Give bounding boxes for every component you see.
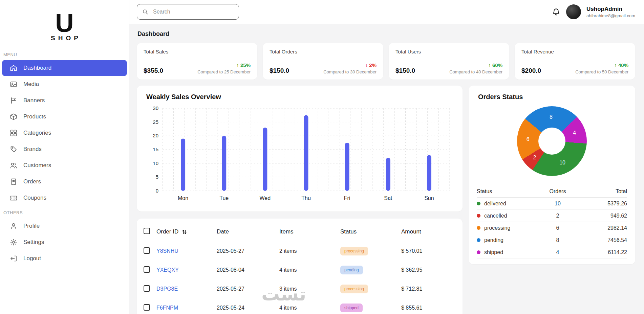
- page-title: Dashboard: [137, 30, 635, 38]
- stat-card-total-orders: Total Orders$150.0↓ 2%Compared to 30 Dec…: [263, 43, 383, 80]
- order-row: D3PG8E2025-05-273 itemsprocessing$ 712.8…: [144, 279, 454, 298]
- sidebar-item-coupons[interactable]: Coupons: [2, 190, 127, 206]
- row-checkbox[interactable]: [144, 304, 150, 311]
- search-icon: [142, 8, 149, 16]
- status-orders-count: 8: [539, 237, 576, 243]
- total-col-header: Total: [576, 188, 627, 195]
- donut-segment-label-delivered: 10: [559, 160, 565, 166]
- stat-compare: Compared to 30 December: [323, 69, 377, 74]
- sidebar-item-products[interactable]: Products: [2, 109, 127, 125]
- sidebar-item-label: Coupons: [23, 195, 46, 201]
- status-badge: shipped: [340, 304, 363, 312]
- weekly-sales-card: Weakly Sales Overview 051015202530MonTue…: [137, 86, 463, 211]
- svg-text:Fri: Fri: [344, 195, 350, 201]
- status-badge: processing: [340, 247, 368, 255]
- order-row: F6FNPM2025-05-244 itemsshipped$ 855.61: [144, 298, 454, 314]
- order-id-link[interactable]: D3PG8E: [156, 286, 178, 292]
- stat-card-total-revenue: Total Revenue$200.0↑ 40%Compared to 50 D…: [515, 43, 635, 80]
- svg-text:10: 10: [153, 160, 158, 166]
- donut-segment-label-processing: 6: [527, 136, 530, 142]
- menu-list: DashboardMediaBannersProductsCategoriesB…: [2, 60, 127, 206]
- orders-status-title: Orders Status: [478, 93, 627, 101]
- sidebar-item-logout[interactable]: Logout: [2, 250, 127, 267]
- search-input[interactable]: [152, 8, 234, 15]
- sidebar-item-brands[interactable]: Brands: [2, 141, 127, 157]
- stat-compare: Compared to 25 December: [197, 69, 251, 74]
- topbar-right: UshopAdmin ahibrahime8@gmail.com: [552, 4, 635, 19]
- sidebar-item-categories[interactable]: Categories: [2, 125, 127, 141]
- orders-table-header: Order IDDateItemsStatusAmount: [144, 222, 454, 242]
- brands-icon: [9, 145, 18, 153]
- sidebar-item-settings[interactable]: Settings: [2, 234, 127, 250]
- status-label: delivered: [484, 201, 506, 207]
- status-col-header: Status: [477, 188, 539, 195]
- order-date: 2025-05-27: [217, 248, 279, 254]
- status-table-row: cancelled2949.62: [477, 210, 627, 222]
- status-badge: processing: [340, 285, 368, 293]
- status-total: 6114.22: [576, 249, 627, 255]
- media-icon: [9, 80, 18, 88]
- status-dot-pending: [477, 238, 480, 242]
- sidebar-item-banners[interactable]: Banners: [2, 92, 127, 109]
- order-items: 4 items: [279, 267, 340, 273]
- status-table-row: shipped46114.22: [477, 246, 627, 259]
- amount-col-header: Amount: [401, 228, 454, 235]
- logout-icon: [9, 254, 18, 263]
- order-id-link[interactable]: YXEQXY: [156, 267, 179, 273]
- donut-wrap: 841026: [477, 106, 627, 176]
- sidebar-item-profile[interactable]: Profile: [2, 218, 127, 234]
- order-amount: $ 855.61: [401, 305, 454, 311]
- svg-text:Sat: Sat: [384, 195, 392, 201]
- sort-icon[interactable]: [181, 229, 188, 235]
- row-checkbox[interactable]: [144, 285, 150, 292]
- logo: U SHOP: [2, 10, 127, 42]
- weekly-sales-bar-chart: 051015202530MonTueWedThuFriSatSun: [145, 104, 454, 204]
- svg-text:5: 5: [156, 174, 158, 180]
- status-col-header: Status: [340, 228, 401, 235]
- svg-text:0: 0: [156, 188, 158, 194]
- status-total: 7456.54: [576, 237, 627, 243]
- status-total: 949.62: [576, 213, 627, 219]
- stat-change: ↓ 2%: [323, 62, 377, 68]
- sidebar-item-media[interactable]: Media: [2, 76, 127, 92]
- weekly-sales-title: Weakly Sales Overview: [146, 93, 454, 101]
- charts-row: Weakly Sales Overview 051015202530MonTue…: [137, 86, 635, 314]
- date-col-header: Date: [217, 228, 279, 235]
- status-dot-shipped: [477, 250, 480, 254]
- avatar[interactable]: [566, 4, 581, 19]
- select-all-checkbox[interactable]: [144, 228, 150, 234]
- stat-title: Total Sales: [144, 49, 251, 54]
- sidebar-item-label: Customers: [23, 162, 51, 169]
- stat-value: $150.0: [270, 67, 289, 74]
- orders-status-card: Orders Status 841026 StatusOrdersTotalde…: [469, 86, 635, 264]
- row-checkbox[interactable]: [144, 266, 150, 273]
- donut-segment-label-cancelled: 2: [533, 155, 536, 161]
- app-root: U SHOP MENU DashboardMediaBannersProduct…: [0, 0, 644, 314]
- status-orders-count: 10: [539, 201, 576, 207]
- search-box[interactable]: [137, 4, 239, 20]
- status-table-row: delivered105379.26: [477, 198, 627, 210]
- notifications-bell-icon[interactable]: [552, 7, 561, 17]
- sidebar-item-label: Products: [23, 113, 46, 120]
- sidebar-item-orders[interactable]: Orders: [2, 174, 127, 190]
- sidebar-item-customers[interactable]: Customers: [2, 157, 127, 174]
- status-table-header: StatusOrdersTotal: [477, 185, 627, 198]
- orders-status-table: StatusOrdersTotaldelivered105379.26cance…: [477, 185, 627, 259]
- user-name: UshopAdmin: [586, 6, 635, 13]
- orders-status-donut-chart: 841026: [517, 106, 587, 176]
- order-id-link[interactable]: F6FNPM: [156, 305, 178, 311]
- sidebar-item-dashboard[interactable]: Dashboard: [2, 60, 127, 76]
- sidebar-item-label: Categories: [23, 130, 51, 136]
- sidebar-item-label: Dashboard: [23, 65, 51, 71]
- svg-text:20: 20: [153, 133, 158, 138]
- orders-table: Order IDDateItemsStatusAmountY8SNHU2025-…: [144, 222, 454, 314]
- svg-text:15: 15: [153, 147, 158, 152]
- stat-change: ↑ 25%: [197, 62, 251, 68]
- others-list: ProfileSettingsLogout: [2, 218, 127, 267]
- row-checkbox[interactable]: [144, 247, 150, 254]
- order-id-link[interactable]: Y8SNHU: [156, 248, 178, 254]
- stat-value: $150.0: [395, 67, 415, 74]
- status-dot-processing: [477, 226, 480, 230]
- status-label: processing: [484, 225, 510, 231]
- status-dot-delivered: [477, 202, 480, 205]
